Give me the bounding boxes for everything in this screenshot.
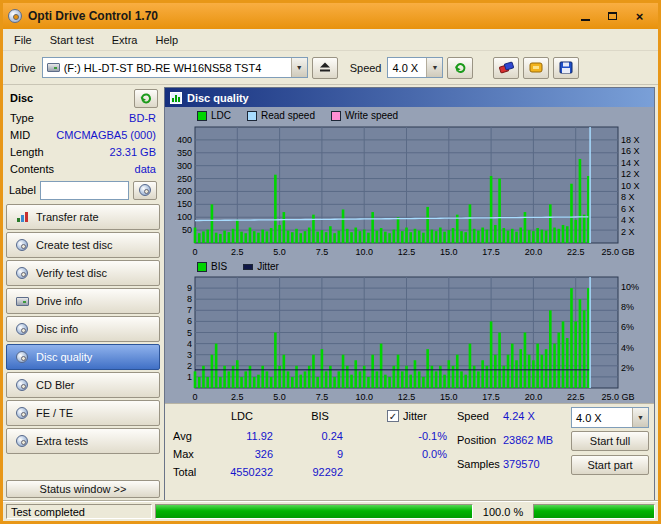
- info-label: Type: [10, 112, 34, 124]
- titlebar: Opti Drive Control 1.70 ×: [3, 3, 658, 29]
- svg-text:300: 300: [177, 161, 192, 171]
- jitter-swatch: [243, 264, 253, 270]
- disc-icon: [15, 351, 29, 364]
- eraser-icon: [499, 61, 514, 74]
- write-speed-swatch: [331, 111, 341, 121]
- write-label-button[interactable]: [133, 181, 157, 200]
- erase-disc-button[interactable]: [493, 57, 519, 79]
- legend-item-jitter: Jitter: [243, 261, 279, 272]
- svg-text:20.0: 20.0: [525, 392, 543, 402]
- sidebar-item-label: FE / TE: [36, 407, 73, 419]
- drive-select-value: (F:) HL-DT-ST BD-RE WH16NS58 TST4: [64, 62, 287, 74]
- svg-text:17.5: 17.5: [482, 392, 500, 402]
- chart-icon: [15, 211, 29, 224]
- svg-text:200: 200: [177, 186, 192, 196]
- progress-bar: [155, 504, 473, 519]
- samples-label: Samples: [457, 458, 500, 470]
- sidebar-spacer: [5, 455, 161, 478]
- sidebar-item-fe-te[interactable]: FE / TE: [6, 400, 160, 426]
- svg-text:8%: 8%: [621, 302, 634, 312]
- preferences-button[interactable]: [523, 57, 549, 79]
- svg-text:2.5: 2.5: [231, 392, 244, 402]
- svg-text:150: 150: [177, 199, 192, 209]
- statusbar: Test completed 100.0 %: [3, 501, 658, 521]
- close-button[interactable]: ×: [626, 6, 653, 26]
- avg-jitter: -0.1%: [385, 430, 447, 442]
- menu-file[interactable]: File: [5, 31, 41, 49]
- sidebar-item-create-test-disc[interactable]: Create test disc: [6, 232, 160, 258]
- drive-icon: [15, 295, 29, 308]
- sidebar-item-drive-info[interactable]: Drive info: [6, 288, 160, 314]
- svg-text:7.5: 7.5: [316, 247, 329, 257]
- read-speed-swatch: [247, 111, 257, 121]
- legend-item-read-speed: Read speed: [247, 110, 315, 121]
- label-row: Label: [5, 177, 161, 203]
- sidebar-item-disc-info[interactable]: Disc info: [6, 316, 160, 342]
- svg-text:12.5: 12.5: [398, 247, 416, 257]
- tools-icon: [529, 61, 543, 74]
- disc-info-mid: MID CMCMAGBA5 (000): [5, 126, 161, 143]
- info-value-link[interactable]: data: [135, 163, 156, 175]
- svg-text:5.0: 5.0: [273, 392, 286, 402]
- sidebar-item-label: Disc info: [36, 323, 78, 335]
- svg-text:22.5: 22.5: [567, 247, 585, 257]
- legend-label: BIS: [211, 261, 227, 272]
- refresh-button[interactable]: [447, 57, 473, 79]
- disc-refresh-button[interactable]: [134, 89, 158, 108]
- menu-help[interactable]: Help: [146, 31, 187, 49]
- max-jitter: 0.0%: [385, 448, 447, 460]
- bis-column-header: BIS: [297, 410, 343, 422]
- disc-icon: [15, 323, 29, 336]
- svg-text:18 X: 18 X: [621, 135, 640, 145]
- save-button[interactable]: [553, 57, 579, 79]
- menu-start-test[interactable]: Start test: [41, 31, 103, 49]
- sidebar-item-disc-quality[interactable]: Disc quality: [6, 344, 160, 370]
- svg-text:350: 350: [177, 148, 192, 158]
- sidebar: Disc Type BD-R MID CMCMAGBA5 (000) Lengt…: [3, 85, 163, 501]
- chevron-down-icon[interactable]: ▼: [426, 58, 442, 77]
- svg-text:3: 3: [187, 350, 192, 360]
- svg-text:15.0: 15.0: [440, 392, 458, 402]
- sidebar-item-cd-bler[interactable]: CD Bler: [6, 372, 160, 398]
- sidebar-item-extra-tests[interactable]: Extra tests: [6, 428, 160, 454]
- label-input[interactable]: [40, 181, 129, 200]
- svg-text:4 X: 4 X: [621, 215, 635, 225]
- eject-button[interactable]: [312, 57, 338, 79]
- svg-text:25.0 GB: 25.0 GB: [601, 392, 634, 402]
- disc-quality-panel: Disc quality LDC Read speed Write speed …: [164, 87, 655, 501]
- status-window-button[interactable]: Status window >>: [6, 480, 160, 498]
- minimize-button[interactable]: [572, 6, 599, 26]
- refresh-icon: [453, 61, 468, 75]
- ldc-column-header: LDC: [211, 410, 273, 422]
- speed-select[interactable]: 4.0 X ▼: [387, 57, 443, 78]
- start-full-button[interactable]: Start full: [571, 431, 649, 451]
- svg-text:16 X: 16 X: [621, 146, 640, 156]
- chevron-down-icon[interactable]: ▼: [291, 58, 307, 77]
- disc-info-type: Type BD-R: [5, 109, 161, 126]
- svg-text:0: 0: [192, 247, 197, 257]
- svg-text:1: 1: [187, 372, 192, 382]
- svg-text:2 X: 2 X: [621, 227, 635, 237]
- info-label: Contents: [10, 163, 54, 175]
- results-panel: LDC BIS ✓ Jitter Avg 11.92 0.24 -0.1% Ma…: [165, 403, 654, 500]
- app-icon: [8, 9, 22, 23]
- jitter-checkbox[interactable]: ✓: [387, 410, 399, 422]
- drive-select[interactable]: (F:) HL-DT-ST BD-RE WH16NS58 TST4 ▼: [42, 57, 308, 78]
- sidebar-item-verify-test-disc[interactable]: Verify test disc: [6, 260, 160, 286]
- disc-icon: [15, 435, 29, 448]
- speed-result-value: 4.24 X: [503, 410, 535, 422]
- test-speed-select[interactable]: 4.0 X ▼: [571, 407, 649, 428]
- maximize-button[interactable]: [599, 6, 626, 26]
- info-label: Length: [10, 146, 44, 158]
- status-text: Test completed: [6, 504, 152, 519]
- start-part-button[interactable]: Start part: [571, 455, 649, 475]
- samples-value: 379570: [503, 458, 540, 470]
- progress-percent: 100.0 %: [476, 506, 530, 518]
- svg-text:14 X: 14 X: [621, 158, 640, 168]
- sidebar-item-transfer-rate[interactable]: Transfer rate: [6, 204, 160, 230]
- chevron-down-icon[interactable]: ▼: [632, 408, 648, 427]
- legend-label: Write speed: [345, 110, 398, 121]
- position-value: 23862 MB: [503, 434, 553, 446]
- menu-extra[interactable]: Extra: [103, 31, 147, 49]
- drive-icon: [47, 63, 60, 72]
